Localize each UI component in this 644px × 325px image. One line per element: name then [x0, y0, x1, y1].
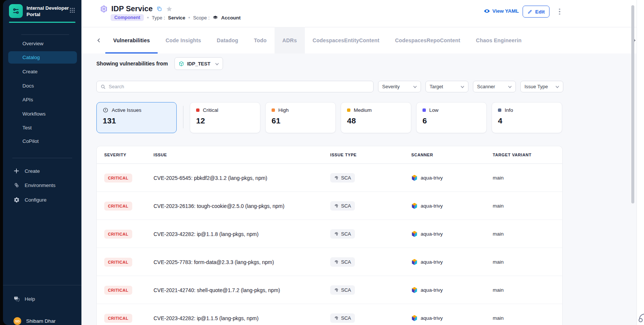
stat-card-info[interactable]: Info 4 [492, 102, 562, 133]
chevron-down-icon [413, 84, 417, 89]
page-title: IDP Service [111, 4, 153, 13]
issue-type-label: SCA [341, 231, 351, 237]
filter-target[interactable]: Target [425, 81, 468, 92]
severity-badge: CRITICAL [104, 230, 132, 239]
table-row[interactable]: CRITICAL CVE-2023-26136: tough-cookie@2.… [97, 192, 562, 220]
tab-datadog[interactable]: Datadog [209, 27, 246, 53]
copy-icon[interactable] [157, 6, 162, 12]
tab-vulnerabilities[interactable]: Vulnerabilities [105, 27, 158, 53]
sidebar-item-copilot[interactable]: CoPilot [8, 135, 77, 147]
sidebar-item-create[interactable]: Create [8, 65, 77, 78]
severity-dot [196, 108, 199, 112]
meta-separator: • [147, 15, 149, 21]
fingerprint-icon [334, 288, 339, 292]
table-row[interactable]: CRITICAL CVE-2023-42282: ip@1.1.8 (lang-… [97, 220, 562, 248]
search-input[interactable] [109, 84, 369, 89]
scanner-cell: aqua-trivy [411, 175, 443, 181]
sidebar-item-apis[interactable]: APIs [8, 93, 77, 106]
sidebar-help[interactable]: ? Help [8, 293, 77, 305]
severity-badge: CRITICAL [104, 202, 132, 211]
project-name: IDP_TEST [187, 61, 210, 67]
main-content: IDP Service Component • Type : Service •… [81, 0, 644, 325]
search-bar [96, 81, 374, 92]
filter-scanner[interactable]: Scanner [473, 81, 516, 92]
stat-card-low[interactable]: Low 6 [416, 102, 487, 133]
issue-type-pill: SCA [330, 257, 355, 267]
view-yaml-label: View YAML [492, 8, 519, 14]
apps-grid-icon[interactable] [69, 7, 75, 15]
table-row[interactable]: CRITICAL CVE-2023-42282: ip@1.1.5 (lang-… [97, 304, 562, 325]
tabs-scroll-left-icon[interactable] [93, 27, 105, 53]
issue-type-pill: SCA [330, 173, 355, 183]
sidebar-item-docs[interactable]: Docs [8, 80, 77, 92]
stat-card-high[interactable]: High 61 [265, 102, 336, 133]
stat-card-critical[interactable]: Critical 12 [190, 102, 260, 133]
scanner-cell: aqua-trivy [411, 231, 443, 237]
target-variant: main [493, 259, 504, 265]
stat-value: 6 [422, 116, 480, 125]
stat-label: Critical [203, 107, 218, 113]
target-variant: main [493, 175, 504, 181]
target-variant: main [493, 203, 504, 209]
sidebar-action-create[interactable]: Create [8, 165, 77, 177]
sidebar-item-overview[interactable]: Overview [8, 37, 77, 50]
alert-circle-icon [103, 107, 108, 113]
sidebar-item-test[interactable]: Test [8, 122, 77, 134]
tab-chaos-engineering[interactable]: Chaos Engineerin [468, 27, 529, 53]
table-header: SEVERITY ISSUE ISSUE TYPE SCANNER TARGET… [97, 146, 562, 164]
support-widget-icon[interactable] [637, 310, 644, 325]
edit-button[interactable]: Edit [523, 6, 549, 18]
avatar: SD [13, 317, 21, 325]
issue-type-label: SCA [341, 203, 351, 209]
trivy-icon [411, 259, 418, 265]
sidebar-action-environments[interactable]: Environments [8, 179, 77, 191]
tab-code-insights[interactable]: Code Insights [158, 27, 209, 53]
project-select[interactable]: IDP_TEST [174, 57, 223, 70]
table-row[interactable]: CRITICAL CVE-2025-6545: pbkdf2@3.1.2 (la… [97, 164, 562, 192]
scanner-name: aqua-trivy [421, 231, 443, 237]
cube-icon [179, 61, 184, 67]
gear-icon [13, 197, 20, 203]
brand-logo-icon [9, 4, 23, 18]
scanner-name: aqua-trivy [421, 203, 443, 209]
star-icon[interactable] [166, 6, 173, 12]
chevron-down-icon [215, 60, 219, 67]
severity-dot [347, 108, 350, 112]
user-menu[interactable]: SD Shibam Dhar [8, 315, 77, 325]
brand-title: Internal Developer Portal [27, 4, 71, 18]
table-row[interactable]: CRITICAL CVE-2025-7783: form-data@2.3.3 … [97, 248, 562, 276]
vertical-scrollbar[interactable] [631, 5, 634, 203]
tab-adrs[interactable]: ADRs [275, 27, 305, 53]
sidebar: Internal Developer Portal Overview Catal… [3, 0, 81, 325]
table-row[interactable]: CRITICAL CVE-2021-42740: shell-quote@1.7… [97, 276, 562, 304]
more-options-button[interactable] [556, 7, 563, 16]
issue-type-pill: SCA [330, 313, 355, 323]
sidebar-divider [12, 158, 72, 158]
tab-codespaces-entity-content[interactable]: CodespacesEntityContent [305, 27, 387, 53]
stat-value: 12 [196, 116, 254, 125]
trivy-icon [411, 203, 418, 209]
sidebar-item-catalog[interactable]: Catalog [8, 51, 77, 64]
scanner-name: aqua-trivy [421, 315, 443, 321]
filter-issue-type[interactable]: Issue Type [520, 81, 563, 92]
target-variant: main [493, 315, 504, 321]
filter-severity[interactable]: Severity [378, 81, 421, 92]
brand-underline [9, 22, 75, 23]
cards-divider [183, 106, 183, 128]
scanner-name: aqua-trivy [421, 259, 443, 265]
tab-todo[interactable]: Todo [246, 27, 275, 53]
tab-codespaces-repo-content[interactable]: CodespacesRepoContent [387, 27, 468, 53]
scanner-cell: aqua-trivy [411, 203, 443, 209]
sidebar-item-workflows[interactable]: Workflows [8, 108, 77, 120]
sidebar-divider [3, 285, 81, 285]
view-yaml-button[interactable]: View YAML [484, 8, 519, 14]
severity-badge: CRITICAL [104, 286, 132, 295]
title-row: IDP Service [100, 4, 173, 13]
stat-card-medium[interactable]: Medium 48 [341, 102, 411, 133]
fingerprint-icon [334, 316, 339, 321]
column-header-severity: SEVERITY [104, 146, 153, 164]
type-value: Service [168, 15, 185, 21]
entity-kind-badge: Component [111, 14, 144, 21]
sidebar-action-configure[interactable]: Configure [8, 194, 77, 206]
stat-card-active-issues[interactable]: Active Issues 131 [96, 102, 177, 133]
